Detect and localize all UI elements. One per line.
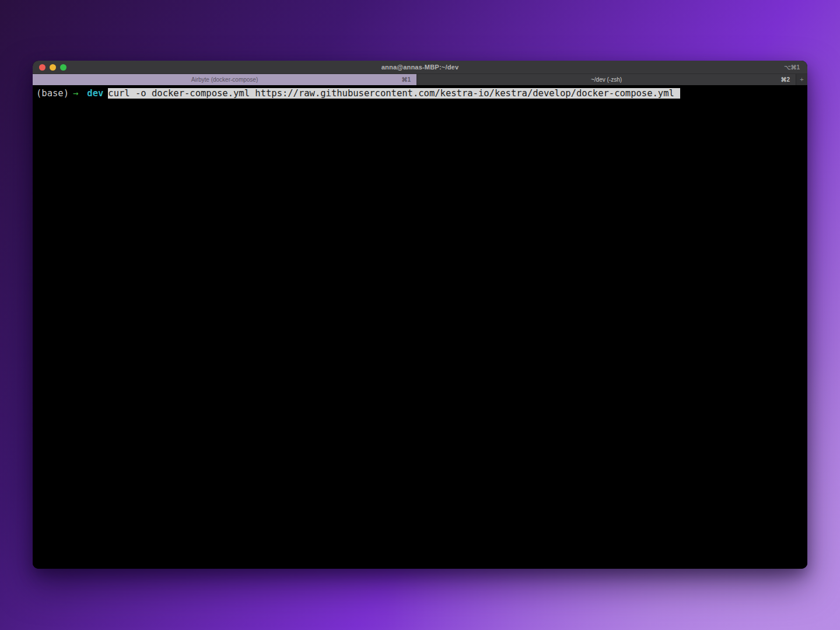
tab-airbyte-docker-compose[interactable]: Airbyte (docker-compose) ⌘1	[33, 74, 417, 85]
tab-bar: Airbyte (docker-compose) ⌘1 ~/dev (-zsh)…	[33, 74, 807, 85]
terminal-content[interactable]: (base)→devcurl -o docker-compose.yml htt…	[33, 86, 807, 569]
command-text-highlighted: curl -o docker-compose.yml https://raw.g…	[108, 88, 680, 99]
titlebar-shortcut-hint: ⌥⌘1	[784, 61, 800, 74]
titlebar[interactable]: anna@annas-MBP:~/dev ⌥⌘1	[33, 61, 807, 74]
plus-icon: +	[800, 76, 803, 83]
tab-dev-zsh[interactable]: ~/dev (-zsh) ⌘2	[417, 74, 796, 85]
tab-label: Airbyte (docker-compose)	[191, 76, 258, 83]
tab-shortcut-hint: ⌘1	[401, 74, 411, 85]
prompt-arrow-icon: →	[73, 88, 78, 99]
tab-label: ~/dev (-zsh)	[591, 76, 622, 83]
directory-label: dev	[87, 88, 103, 99]
new-tab-button[interactable]: +	[796, 74, 807, 85]
desktop: { "window": { "title": "anna@annas-MBP:~…	[0, 0, 840, 630]
terminal-window: anna@annas-MBP:~/dev ⌥⌘1 Airbyte (docker…	[33, 61, 807, 569]
conda-env-label: (base)	[36, 88, 69, 99]
window-title: anna@annas-MBP:~/dev	[33, 61, 807, 74]
tab-shortcut-hint: ⌘2	[780, 74, 790, 85]
prompt-line: (base)→devcurl -o docker-compose.yml htt…	[36, 88, 804, 100]
